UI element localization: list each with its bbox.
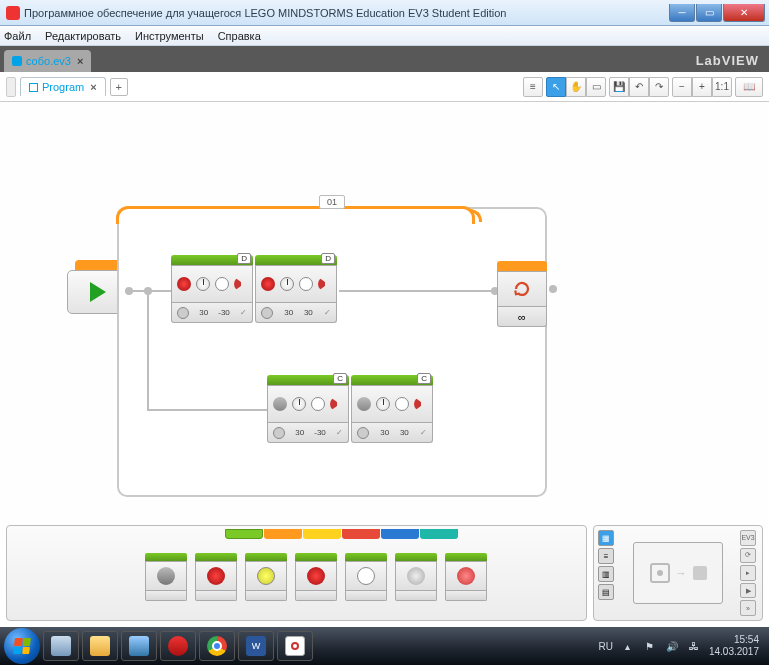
program-icon	[29, 83, 38, 92]
palette-display[interactable]	[345, 553, 387, 601]
taskbar-app1[interactable]	[121, 631, 157, 661]
param-power[interactable]: 30	[199, 308, 208, 317]
palette-tab-data[interactable]	[342, 529, 380, 539]
motor-block-c2[interactable]: C 30 30 ✓	[351, 375, 433, 443]
palette-tab-flow[interactable]	[264, 529, 302, 539]
motor-block-c1[interactable]: C 30 -30 ✓	[267, 375, 349, 443]
menu-edit[interactable]: Редактировать	[45, 30, 121, 42]
port-label[interactable]: D	[237, 253, 251, 264]
hw-tab-ports[interactable]: ≡	[598, 548, 614, 564]
medium-motor-icon	[357, 397, 371, 411]
palette-move-steering[interactable]	[245, 553, 287, 601]
menu-tools[interactable]: Инструменты	[135, 30, 204, 42]
param-rot[interactable]: -30	[218, 308, 230, 317]
taskbar-app2[interactable]	[160, 631, 196, 661]
brick-graphic[interactable]: →	[633, 542, 723, 604]
mode-selector[interactable]	[261, 307, 273, 319]
tray-volume-icon[interactable]: 🔊	[665, 639, 679, 653]
list-button[interactable]: ≡	[523, 77, 543, 97]
palette-large-motor[interactable]	[195, 553, 237, 601]
zoom-fit-button[interactable]: 1:1	[712, 77, 732, 97]
param-power[interactable]: 30	[380, 428, 389, 437]
hw-download[interactable]: ▸	[740, 565, 756, 581]
motor-block-d2[interactable]: D 30 30 ✓	[255, 255, 337, 323]
palette-tab-myblocks[interactable]	[420, 529, 458, 539]
param-brake[interactable]: ✓	[324, 308, 331, 317]
mode-selector[interactable]	[273, 427, 285, 439]
palette-brick-status[interactable]	[445, 553, 487, 601]
param-brake[interactable]: ✓	[420, 428, 427, 437]
palette-tab-sensor[interactable]	[303, 529, 341, 539]
add-program-tab[interactable]: +	[110, 78, 128, 96]
palette-tab-action[interactable]	[225, 529, 263, 539]
tray-flag-icon[interactable]: ⚑	[643, 639, 657, 653]
comment-tool[interactable]: ▭	[586, 77, 606, 97]
medium-motor-icon	[157, 567, 175, 585]
taskbar-explorer[interactable]	[43, 631, 79, 661]
taskbar-chrome[interactable]	[199, 631, 235, 661]
hw-refresh[interactable]: ⟳	[740, 548, 756, 564]
program-tab-close[interactable]: ×	[90, 81, 96, 93]
save-button[interactable]: 💾	[609, 77, 629, 97]
tray-lang[interactable]: RU	[598, 641, 612, 652]
undo-button[interactable]: ↶	[629, 77, 649, 97]
hw-run[interactable]: ▶	[740, 583, 756, 599]
project-tab-close[interactable]: ×	[77, 55, 83, 67]
palette-medium-motor[interactable]	[145, 553, 187, 601]
taskbar-ev3[interactable]	[277, 631, 313, 661]
taskbar-folder[interactable]	[82, 631, 118, 661]
loop-end-block[interactable]: ∞	[497, 261, 547, 327]
port-label[interactable]: C	[333, 373, 347, 384]
param-rot[interactable]: 30	[304, 308, 313, 317]
canvas-toolbar: ≡ ↖ ✋ ▭ 💾 ↶ ↷ − + 1:1 📖	[523, 77, 763, 97]
param-power[interactable]: 30	[284, 308, 293, 317]
redo-button[interactable]: ↷	[649, 77, 669, 97]
loop-counter[interactable]: 01	[319, 195, 345, 209]
dial-icon	[196, 277, 210, 291]
loop-block[interactable]: 01 D 30 -30 ✓ D	[117, 207, 547, 497]
hw-tab-motors[interactable]: ▥	[598, 566, 614, 582]
menu-file[interactable]: Файл	[4, 30, 31, 42]
hw-expand[interactable]: »	[740, 600, 756, 616]
taskbar-word[interactable]: W	[238, 631, 274, 661]
tab-scroll-handle[interactable]	[6, 77, 16, 97]
program-canvas[interactable]: 01 D 30 -30 ✓ D	[0, 102, 769, 534]
menu-help[interactable]: Справка	[218, 30, 261, 42]
large-motor-icon	[207, 567, 225, 585]
loop-mode[interactable]: ∞	[518, 311, 526, 323]
zoom-out-button[interactable]: −	[672, 77, 692, 97]
docs-button[interactable]: 📖	[735, 77, 763, 97]
hw-tab-brick[interactable]: ▦	[598, 530, 614, 546]
param-rot[interactable]: -30	[314, 428, 326, 437]
wire	[147, 293, 149, 411]
pointer-tool[interactable]: ↖	[546, 77, 566, 97]
hw-tab-sensors[interactable]: ▤	[598, 584, 614, 600]
tray-network-icon[interactable]: 🖧	[687, 639, 701, 653]
palette-tab-advanced[interactable]	[381, 529, 419, 539]
motor-block-d1[interactable]: D 30 -30 ✓	[171, 255, 253, 323]
app-icon	[6, 6, 20, 20]
block-palette	[6, 525, 587, 621]
mode-selector[interactable]	[177, 307, 189, 319]
tray-clock[interactable]: 15:54 14.03.2017	[709, 634, 759, 658]
program-tab[interactable]: Program ×	[20, 77, 106, 96]
zoom-in-button[interactable]: +	[692, 77, 712, 97]
minimize-button[interactable]: ─	[669, 4, 695, 22]
pan-tool[interactable]: ✋	[566, 77, 586, 97]
motor-icon	[261, 277, 275, 291]
port-label[interactable]: D	[321, 253, 335, 264]
param-brake[interactable]: ✓	[240, 308, 247, 317]
param-power[interactable]: 30	[295, 428, 304, 437]
close-button[interactable]: ✕	[723, 4, 765, 22]
param-rot[interactable]: 30	[400, 428, 409, 437]
palette-move-tank[interactable]	[295, 553, 337, 601]
palette-sound[interactable]	[395, 553, 437, 601]
mode-selector[interactable]	[357, 427, 369, 439]
port-label[interactable]: C	[417, 373, 431, 384]
brick-motor-icon	[693, 566, 707, 580]
project-tab[interactable]: собо.ev3 ×	[4, 50, 91, 72]
maximize-button[interactable]: ▭	[696, 4, 722, 22]
param-brake[interactable]: ✓	[336, 428, 343, 437]
start-button[interactable]	[4, 628, 40, 664]
tray-show-hidden-icon[interactable]: ▴	[621, 639, 635, 653]
